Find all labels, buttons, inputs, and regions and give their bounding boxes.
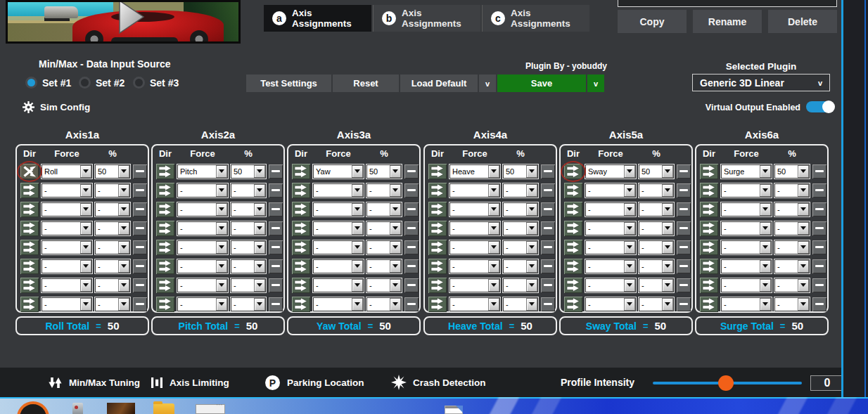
force-dropdown[interactable]: -: [449, 221, 500, 235]
force-dropdown[interactable]: Yaw: [313, 164, 364, 179]
direction-button[interactable]: [564, 259, 582, 274]
remove-button[interactable]: [541, 240, 555, 254]
remove-button[interactable]: [812, 183, 826, 198]
direction-button[interactable]: [156, 221, 174, 236]
copy-button[interactable]: Copy: [618, 10, 687, 33]
dropdown-arrow-button[interactable]: [390, 203, 401, 216]
remove-button[interactable]: [677, 259, 691, 273]
direction-button[interactable]: [156, 240, 174, 255]
remove-button[interactable]: [677, 202, 691, 216]
percent-dropdown[interactable]: -: [366, 297, 402, 311]
force-dropdown[interactable]: -: [313, 259, 364, 273]
dropdown-arrow-button[interactable]: [80, 298, 91, 311]
remove-button[interactable]: [812, 259, 826, 273]
dropdown-arrow-button[interactable]: [526, 184, 537, 197]
direction-button[interactable]: [700, 221, 718, 236]
dropdown-arrow-button[interactable]: [798, 203, 809, 216]
remove-button[interactable]: [133, 278, 147, 292]
dropdown-arrow-button[interactable]: [80, 241, 91, 254]
percent-dropdown[interactable]: -: [503, 278, 538, 292]
direction-button[interactable]: [564, 183, 582, 198]
percent-dropdown[interactable]: -: [95, 183, 130, 198]
axis-limiting-button[interactable]: Axis Limiting: [151, 368, 229, 397]
dropdown-arrow-button[interactable]: [118, 165, 129, 178]
dropdown-arrow-button[interactable]: [662, 203, 673, 216]
load-default-expand-button[interactable]: v: [479, 75, 496, 92]
remove-button[interactable]: [541, 221, 555, 235]
force-dropdown[interactable]: -: [721, 202, 772, 216]
rename-button[interactable]: Rename: [693, 10, 762, 33]
direction-button[interactable]: [428, 221, 447, 236]
dropdown-arrow-button[interactable]: [254, 279, 265, 292]
percent-dropdown[interactable]: -: [503, 183, 538, 198]
profile-intensity-slider[interactable]: [653, 382, 802, 384]
percent-dropdown[interactable]: -: [95, 202, 130, 216]
dropdown-arrow-button[interactable]: [216, 260, 227, 273]
load-default-button[interactable]: Load Default: [400, 75, 478, 92]
direction-button[interactable]: [20, 164, 39, 179]
dropdown-arrow-button[interactable]: [80, 203, 91, 216]
direction-button[interactable]: [156, 278, 174, 293]
dropdown-arrow-button[interactable]: [488, 203, 499, 216]
percent-dropdown[interactable]: -: [639, 183, 674, 198]
dropdown-arrow-button[interactable]: [216, 241, 227, 254]
dropdown-arrow-button[interactable]: [118, 222, 129, 235]
force-dropdown[interactable]: -: [449, 297, 500, 311]
remove-button[interactable]: [677, 183, 691, 198]
remove-button[interactable]: [677, 278, 691, 292]
dropdown-arrow-button[interactable]: [526, 222, 537, 235]
selected-plugin-dropdown[interactable]: Generic 3D Linear v: [692, 74, 830, 91]
dropdown-arrow-button[interactable]: [216, 203, 227, 216]
dropdown-arrow-button[interactable]: [798, 298, 809, 311]
direction-button[interactable]: [428, 297, 447, 312]
dropdown-arrow-button[interactable]: [662, 260, 673, 273]
direction-button[interactable]: [20, 259, 39, 274]
percent-dropdown[interactable]: -: [366, 221, 402, 235]
direction-button[interactable]: [156, 297, 174, 312]
force-dropdown[interactable]: -: [177, 221, 228, 235]
crash-detection-button[interactable]: Crash Detection: [391, 368, 486, 397]
direction-button[interactable]: [292, 240, 310, 255]
force-dropdown[interactable]: -: [177, 259, 228, 273]
direction-button[interactable]: [428, 240, 447, 255]
percent-dropdown[interactable]: -: [774, 240, 810, 254]
direction-button[interactable]: [564, 240, 582, 255]
remove-button[interactable]: [404, 221, 419, 235]
dropdown-arrow-button[interactable]: [760, 241, 771, 254]
direction-button[interactable]: [700, 297, 718, 312]
direction-button[interactable]: [428, 259, 447, 274]
percent-dropdown[interactable]: -: [95, 221, 130, 235]
percent-dropdown[interactable]: -: [639, 259, 674, 273]
dropdown-arrow-button[interactable]: [216, 279, 227, 292]
toggle-knob[interactable]: [822, 101, 835, 113]
remove-button[interactable]: [404, 202, 419, 216]
dropdown-arrow-button[interactable]: [118, 203, 129, 216]
direction-button[interactable]: [20, 240, 39, 255]
remove-button[interactable]: [812, 202, 826, 216]
percent-dropdown[interactable]: -: [503, 240, 538, 254]
dropdown-arrow-button[interactable]: [624, 165, 635, 178]
dropdown-arrow-button[interactable]: [624, 279, 635, 292]
direction-button[interactable]: [428, 202, 447, 217]
force-dropdown[interactable]: -: [585, 221, 636, 235]
percent-dropdown[interactable]: -: [639, 297, 674, 311]
force-dropdown[interactable]: -: [585, 278, 636, 292]
dropdown-arrow-button[interactable]: [118, 184, 129, 197]
direction-button[interactable]: [428, 183, 447, 198]
percent-dropdown[interactable]: -: [774, 183, 810, 198]
remove-button[interactable]: [404, 259, 419, 273]
dropdown-arrow-button[interactable]: [352, 165, 363, 178]
force-dropdown[interactable]: Heave: [449, 164, 500, 179]
force-dropdown[interactable]: -: [177, 202, 228, 216]
dropdown-arrow-button[interactable]: [526, 279, 537, 292]
direction-button[interactable]: [156, 259, 174, 274]
force-dropdown[interactable]: -: [721, 278, 772, 292]
remove-button[interactable]: [133, 183, 147, 198]
dropdown-arrow-button[interactable]: [390, 298, 401, 311]
direction-button[interactable]: [292, 297, 310, 312]
dropdown-arrow-button[interactable]: [760, 279, 771, 292]
dropdown-arrow-button[interactable]: [488, 165, 499, 178]
force-dropdown[interactable]: -: [42, 221, 92, 235]
direction-button[interactable]: [156, 202, 174, 217]
percent-dropdown[interactable]: 50: [366, 164, 402, 179]
